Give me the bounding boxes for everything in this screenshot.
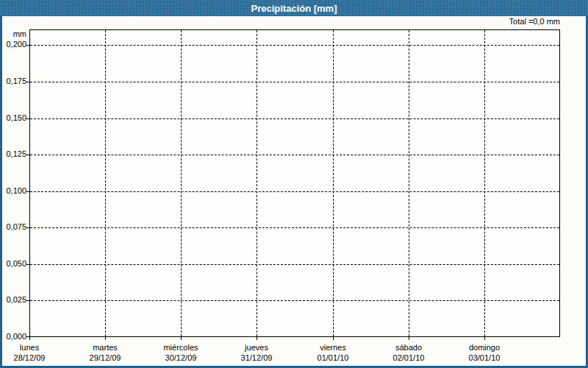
x-axis-tick	[409, 337, 409, 340]
x-axis-date-label: 29/12/09	[67, 353, 143, 363]
x-axis-date-label: 02/01/10	[370, 353, 447, 363]
y-axis-tick	[26, 45, 29, 46]
x-axis-date-label: 30/12/09	[143, 353, 219, 363]
y-axis-tick-label: 0,050	[0, 259, 26, 269]
gridline-horizontal	[30, 45, 559, 46]
gridline-horizontal	[30, 227, 559, 228]
title-bar: Precipitación [mm]	[0, 0, 588, 16]
gridline-vertical	[409, 30, 409, 336]
x-axis-tick	[105, 337, 106, 340]
y-axis-tick-label: 0,075	[0, 222, 26, 232]
gridline-horizontal	[30, 300, 559, 301]
x-axis-day-label: domingo	[446, 343, 523, 353]
x-axis-date-label: 31/12/09	[218, 353, 295, 363]
y-axis-tick-label: 0,150	[0, 113, 26, 123]
x-axis-day-label: martes	[67, 343, 143, 353]
x-axis-tick	[333, 337, 334, 340]
y-axis-tick-label: 0,200	[0, 40, 26, 49]
gridline-horizontal	[30, 264, 559, 265]
gridline-horizontal	[30, 118, 559, 119]
gridline-vertical	[181, 30, 182, 336]
y-axis-tick	[26, 82, 29, 82]
gridline-vertical	[105, 30, 106, 336]
x-axis-tick	[29, 337, 30, 340]
x-axis-tick	[181, 337, 182, 340]
chart-window: Precipitación [mm] Total =0,0 mm mm 0,20…	[0, 0, 588, 368]
x-axis-date-label: 01/01/10	[295, 353, 371, 363]
y-axis-tick-label: 0,025	[0, 295, 26, 305]
y-axis-tick	[26, 264, 29, 265]
y-axis-tick	[26, 227, 29, 228]
x-axis-day-label: miércoles	[143, 343, 219, 353]
gridline-vertical	[333, 30, 334, 336]
gridline-horizontal	[30, 191, 559, 192]
y-axis-tick	[26, 300, 29, 301]
y-axis-tick	[26, 155, 29, 155]
x-axis-tick	[257, 337, 257, 340]
gridline-vertical	[484, 30, 485, 336]
chart-title: Precipitación [mm]	[251, 3, 337, 14]
y-axis-tick-label: 0,175	[0, 77, 26, 86]
x-axis-day-label: lunes	[0, 343, 68, 353]
x-axis-tick	[484, 337, 485, 340]
y-axis-unit-label: mm	[0, 29, 26, 39]
y-axis-tick-label: 0,000	[0, 332, 26, 342]
total-annotation: Total =0,0 mm	[29, 16, 560, 26]
x-axis-date-label: 28/12/09	[0, 353, 68, 363]
x-axis-day-label: sábado	[370, 343, 447, 353]
y-axis-tick-label: 0,125	[0, 149, 26, 159]
gridline-horizontal	[30, 82, 559, 82]
y-axis-tick	[26, 118, 29, 119]
x-axis-date-label: 03/01/10	[446, 353, 523, 363]
x-axis-day-label: jueves	[218, 343, 295, 353]
x-axis-day-label: viernes	[295, 343, 371, 353]
plot-area	[29, 29, 560, 337]
gridline-vertical	[257, 30, 257, 336]
y-axis-tick	[26, 191, 29, 192]
gridline-horizontal	[30, 155, 559, 155]
y-axis-tick-label: 0,100	[0, 186, 26, 196]
